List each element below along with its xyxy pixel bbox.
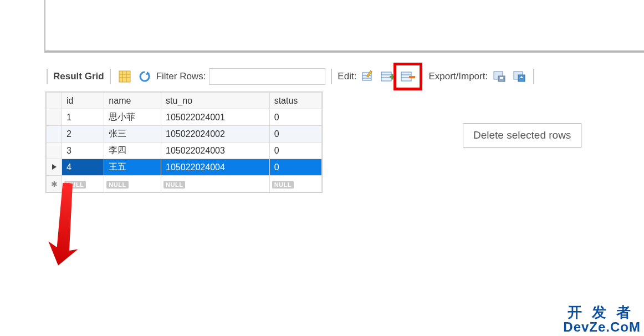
cell-status[interactable]: 0 bbox=[269, 142, 321, 159]
row-handle[interactable] bbox=[47, 159, 62, 176]
delete-row-icon[interactable] bbox=[400, 69, 416, 84]
new-row-icon: ✱ bbox=[51, 180, 58, 189]
separator bbox=[110, 69, 111, 84]
separator bbox=[533, 69, 534, 84]
col-header-name[interactable]: name bbox=[104, 93, 161, 109]
tooltip-delete-selected: Delete selected rows bbox=[463, 123, 581, 147]
row-handle-header bbox=[47, 93, 62, 109]
cell-status[interactable]: 0 bbox=[269, 126, 321, 142]
cell-id[interactable]: 4 bbox=[62, 159, 104, 176]
cell-name[interactable]: 张三 bbox=[104, 126, 161, 142]
import-icon[interactable] bbox=[511, 69, 528, 84]
col-header-status[interactable]: status bbox=[269, 93, 321, 109]
svg-rect-14 bbox=[392, 74, 393, 80]
edit-label: Edit: bbox=[338, 71, 356, 82]
row-handle[interactable]: ✱ bbox=[47, 176, 62, 192]
result-grid-label: Result Grid bbox=[53, 71, 104, 82]
grid-view-icon[interactable] bbox=[116, 69, 133, 84]
result-grid: id name stu_no status 1 思小菲 105022024001… bbox=[45, 91, 323, 193]
separator bbox=[47, 69, 48, 84]
table-row-new[interactable]: ✱ NULL NULL NULL NULL bbox=[47, 176, 322, 192]
cell-name[interactable]: 李四 bbox=[104, 142, 161, 159]
col-header-id[interactable]: id bbox=[62, 93, 104, 109]
cell-stu-no[interactable]: 105022024002 bbox=[161, 126, 270, 142]
svg-marker-26 bbox=[44, 183, 88, 266]
refresh-icon[interactable] bbox=[136, 69, 153, 84]
header-row: id name stu_no status bbox=[47, 93, 322, 109]
watermark: 开发者 DevZe.CoM bbox=[563, 305, 641, 334]
svg-rect-18 bbox=[409, 76, 415, 78]
edit-row-icon[interactable] bbox=[360, 69, 376, 84]
cell-id[interactable]: 1 bbox=[62, 109, 104, 126]
svg-rect-21 bbox=[500, 77, 503, 79]
cell-name[interactable]: 思小菲 bbox=[104, 109, 161, 126]
result-toolbar: Result Grid Filter Rows: Edit: bbox=[0, 65, 644, 88]
cell-null[interactable]: NULL bbox=[161, 176, 270, 192]
cell-id[interactable]: 2 bbox=[62, 126, 104, 142]
cell-status[interactable]: 0 bbox=[269, 109, 321, 126]
filter-rows-label: Filter Rows: bbox=[156, 71, 206, 82]
row-handle[interactable] bbox=[47, 142, 62, 159]
svg-marker-25 bbox=[52, 164, 57, 170]
watermark-line2: DevZe.CoM bbox=[563, 320, 641, 334]
cell-stu-no[interactable]: 105022024001 bbox=[161, 109, 270, 126]
query-editor-area bbox=[44, 0, 644, 53]
cell-null[interactable]: NULL bbox=[62, 176, 104, 192]
row-handle[interactable] bbox=[47, 126, 62, 142]
table-row-selected[interactable]: 4 王五 105022024004 0 bbox=[47, 159, 322, 176]
table-row[interactable]: 2 张三 105022024002 0 bbox=[47, 126, 322, 142]
table-row[interactable]: 3 李四 105022024003 0 bbox=[47, 142, 322, 159]
current-row-indicator-icon bbox=[52, 164, 57, 170]
cell-stu-no[interactable]: 105022024004 bbox=[161, 159, 270, 176]
svg-marker-5 bbox=[146, 72, 150, 75]
annotation-arrow-icon bbox=[43, 183, 88, 266]
cell-id[interactable]: 3 bbox=[62, 142, 104, 159]
filter-rows-input[interactable] bbox=[209, 68, 325, 85]
export-icon[interactable] bbox=[491, 69, 508, 84]
cell-name[interactable]: 王五 bbox=[104, 159, 161, 176]
watermark-line1: 开发者 bbox=[563, 305, 641, 320]
separator bbox=[331, 69, 332, 84]
cell-status[interactable]: 0 bbox=[269, 159, 321, 176]
table-row[interactable]: 1 思小菲 105022024001 0 bbox=[47, 109, 322, 126]
svg-rect-0 bbox=[119, 71, 130, 82]
separator bbox=[422, 69, 423, 84]
col-header-stu-no[interactable]: stu_no bbox=[161, 93, 270, 109]
insert-row-icon[interactable] bbox=[380, 69, 396, 84]
export-import-label: Export/Import: bbox=[428, 71, 488, 82]
cell-null[interactable]: NULL bbox=[104, 176, 161, 192]
row-handle[interactable] bbox=[47, 109, 62, 126]
cell-null[interactable]: NULL bbox=[269, 176, 321, 192]
cell-stu-no[interactable]: 105022024003 bbox=[161, 142, 270, 159]
